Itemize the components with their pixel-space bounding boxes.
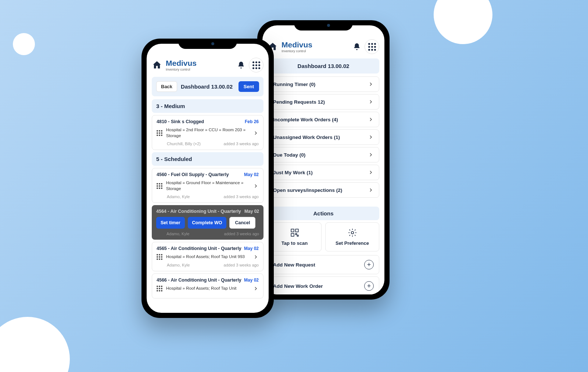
row-label: Just My Work (1) <box>273 170 313 175</box>
wo-action-row: Set timer Complete WO Cancel <box>156 217 259 229</box>
wo-title: 4560 - Fuel Oil Supply - Quarterly <box>157 172 229 177</box>
workorder-card[interactable]: 4566 - Air Conditioning Unit - Quarterly… <box>152 273 263 298</box>
wo-title: 4566 - Air Conditioning Unit - Quarterly <box>157 278 241 283</box>
pref-label: Set Preference <box>336 240 369 246</box>
svg-rect-1 <box>295 229 298 232</box>
svg-rect-0 <box>291 229 294 232</box>
cancel-button[interactable]: Cancel <box>229 217 255 229</box>
wo-date: Feb 26 <box>245 119 259 124</box>
app-header: Medivus Inventory control <box>152 58 263 72</box>
chevron-right-icon <box>253 183 259 189</box>
svg-point-5 <box>351 232 354 234</box>
add-workorder-label: Add New Work Order <box>273 283 323 289</box>
wo-path: Hospital » Roof Assets; Roof Tap Unit <box>166 286 249 291</box>
dashboard-row[interactable]: Running Timer (0) <box>268 76 379 92</box>
plus-icon: + <box>364 281 374 291</box>
row-label: Unassigned Work Orders (1) <box>273 135 340 140</box>
wo-added: added 3 weeks ago <box>224 263 259 267</box>
wo-date: May 02 <box>244 209 259 214</box>
workorder-card[interactable]: 4565 - Air Conditioning Unit - Quarterly… <box>152 242 263 271</box>
grid-icon <box>252 61 260 69</box>
page-title: Dashboard 13.00.02 <box>181 83 235 90</box>
dashboard-row[interactable]: Pending Requests 12) <box>268 94 379 110</box>
drag-icon <box>157 254 162 260</box>
chevron-right-icon <box>253 286 259 291</box>
preference-tile[interactable]: Set Preference <box>325 222 379 251</box>
bg-decoration <box>434 0 492 44</box>
wo-date: May 02 <box>244 246 259 251</box>
home-icon[interactable] <box>152 60 162 70</box>
svg-rect-3 <box>295 233 297 235</box>
chevron-right-icon <box>368 169 374 175</box>
row-label: Due Today (0) <box>273 152 305 158</box>
sent-button[interactable]: Sent <box>239 81 259 92</box>
chevron-right-icon <box>253 254 259 260</box>
svg-rect-4 <box>297 235 298 236</box>
app-logo: Medivus Inventory control <box>282 40 349 53</box>
menu-button[interactable] <box>365 39 379 54</box>
dashboard-row[interactable]: Incomplete Work Orders (4) <box>268 112 379 127</box>
chevron-right-icon <box>368 187 374 193</box>
app-name: Medivus <box>282 40 349 49</box>
qr-icon <box>290 228 300 237</box>
wo-title: 4565 - Air Conditioning Unit - Quarterly <box>157 246 241 251</box>
chevron-right-icon <box>368 152 374 158</box>
wo-added: added 3 weeks ago <box>224 142 259 146</box>
row-label: Incomplete Work Orders (4) <box>273 117 338 122</box>
phone-notch <box>294 20 353 31</box>
svg-rect-2 <box>291 233 294 236</box>
chevron-right-icon <box>253 130 259 136</box>
wo-title: 4810 - Sink s Clogged <box>157 119 204 124</box>
gear-icon <box>348 228 357 237</box>
workorder-card[interactable]: 4810 - Sink s CloggedFeb 26Hospital » 2n… <box>152 115 263 150</box>
back-button[interactable]: Back <box>156 81 177 92</box>
drag-icon <box>157 286 162 291</box>
chevron-right-icon <box>368 81 374 87</box>
phone-mockup-left: Medivus Inventory control Back Dashboard… <box>141 39 274 318</box>
dashboard-row[interactable]: Unassigned Work Orders (1) <box>268 129 379 145</box>
wo-date: May 02 <box>244 172 259 177</box>
dashboard-row[interactable]: Open surveys/inspections (2) <box>268 182 379 198</box>
wo-path: Hospital » Ground Floor » Maintenance » … <box>166 180 249 192</box>
chevron-right-icon <box>368 134 374 140</box>
wo-path: Hospital » Roof Assets; Roof Tap Unit 99… <box>166 254 249 260</box>
bg-decoration <box>13 33 35 55</box>
row-label: Pending Requests 12) <box>273 99 325 105</box>
page-title: Dashboard 13.00.02 <box>298 63 349 69</box>
wo-title: 4564 - Air Conditioning Unit - Quarterly <box>156 209 241 214</box>
workorder-card[interactable]: 4560 - Fuel Oil Supply - QuarterlyMay 02… <box>152 168 263 203</box>
wo-assignee: Adamo, Kyle <box>167 263 190 267</box>
plus-icon: + <box>364 260 374 269</box>
scan-label: Tap to scan <box>282 240 308 246</box>
group-header: 3 - Medium <box>152 99 263 113</box>
complete-wo-button[interactable]: Complete WO <box>188 217 227 229</box>
dashboard-row[interactable]: Just My Work (1) <box>268 165 379 180</box>
bell-icon[interactable] <box>237 61 245 69</box>
add-workorder-row[interactable]: Add New Work Order + <box>268 276 379 294</box>
app-tagline: Inventory control <box>166 68 233 71</box>
workorder-card[interactable]: 4564 - Air Conditioning Unit - Quarterly… <box>152 205 263 240</box>
wo-assignee: Adamo, Kyle <box>167 194 190 199</box>
scan-tile[interactable]: Tap to scan <box>268 222 322 251</box>
dashboard-row[interactable]: Due Today (0) <box>268 147 379 162</box>
app-header: Medivus Inventory control <box>268 39 379 54</box>
app-logo: Medivus Inventory control <box>166 59 233 71</box>
row-label: Running Timer (0) <box>273 82 315 87</box>
chevron-right-icon <box>368 117 374 122</box>
set-timer-button[interactable]: Set timer <box>156 217 185 229</box>
add-request-label: Add New Request <box>273 262 315 268</box>
bell-icon[interactable] <box>353 43 361 51</box>
app-name: Medivus <box>166 59 233 68</box>
wo-date: May 02 <box>244 278 259 283</box>
wo-assignee: Churchill, Billy (+2) <box>167 142 201 146</box>
phone-mockup-right: Medivus Inventory control Dashboard 13.0… <box>257 20 390 300</box>
add-request-row[interactable]: Add New Request + <box>268 255 379 274</box>
wo-added: added 3 weeks ago <box>224 194 259 199</box>
actions-header: Actions <box>268 207 379 220</box>
chevron-right-icon <box>368 99 374 105</box>
menu-button[interactable] <box>249 58 263 72</box>
app-tagline: Inventory control <box>282 49 349 53</box>
phone-notch <box>178 39 237 49</box>
drag-icon <box>157 183 162 189</box>
row-label: Open surveys/inspections (2) <box>273 187 342 193</box>
